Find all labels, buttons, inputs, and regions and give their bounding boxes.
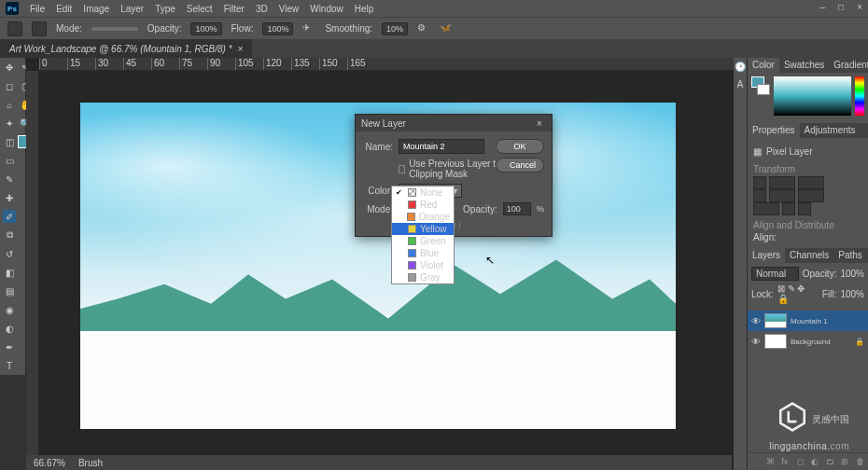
menu-filter[interactable]: Filter	[224, 4, 245, 14]
window-maximize[interactable]: □	[838, 2, 844, 12]
opacity-value[interactable]: 100%	[840, 269, 864, 279]
eraser-tool[interactable]: ◧	[3, 266, 16, 279]
brush-preset-icon[interactable]	[7, 21, 22, 36]
menu-layer[interactable]: Layer	[120, 4, 144, 14]
layer-thumbnail[interactable]	[764, 334, 787, 349]
layer-item-background[interactable]: 👁 Background 🔒	[748, 331, 868, 352]
mode-select[interactable]	[91, 27, 138, 31]
tab-swatches[interactable]: Swatches	[779, 58, 829, 73]
opacity-input[interactable]: 100	[503, 202, 531, 215]
tab-paths[interactable]: Paths	[833, 248, 867, 263]
link-layers-icon[interactable]: ⌘	[764, 456, 776, 467]
fx-icon[interactable]: fx	[779, 456, 791, 467]
character-icon[interactable]: A	[737, 79, 744, 90]
x-field[interactable]	[798, 176, 824, 189]
group-icon[interactable]: 🗀	[824, 456, 835, 467]
menu-edit[interactable]: Edit	[56, 4, 72, 14]
color-option-violet[interactable]: Violet	[392, 259, 454, 271]
color-option-none[interactable]: ✔None	[392, 187, 454, 199]
flow-field[interactable]: 100%	[262, 22, 293, 35]
close-tab-icon[interactable]: ×	[238, 44, 244, 54]
color-option-gray[interactable]: Gray	[392, 271, 454, 283]
height-field[interactable]	[769, 189, 795, 202]
menu-window[interactable]: Window	[310, 4, 343, 14]
stamp-tool[interactable]: ⧉	[3, 228, 16, 242]
link-icon[interactable]	[753, 189, 766, 202]
layer-thumbnail[interactable]	[764, 313, 787, 328]
name-input[interactable]	[399, 139, 484, 154]
crop-tool[interactable]: ◫	[3, 135, 16, 148]
menu-type[interactable]: Type	[155, 4, 175, 14]
tab-gradients[interactable]: Gradients	[829, 58, 868, 73]
window-minimize[interactable]: –	[820, 2, 826, 12]
zoom-level[interactable]: 66.67%	[34, 458, 65, 468]
y-field[interactable]	[798, 189, 824, 202]
lasso-tool[interactable]: ⌕	[3, 98, 16, 111]
brush-tool[interactable]: ✐	[3, 210, 16, 223]
hue-strip[interactable]	[855, 76, 864, 116]
color-option-red[interactable]: Red	[392, 199, 454, 211]
menu-select[interactable]: Select	[187, 4, 213, 14]
visibility-icon[interactable]: 👁	[751, 316, 761, 326]
panel-swatch[interactable]	[751, 76, 770, 95]
ok-button[interactable]: OK	[496, 139, 544, 154]
marquee-tool[interactable]: ◻	[3, 79, 16, 92]
eyedropper-tool[interactable]: ✎	[3, 173, 16, 186]
brush-tip-icon[interactable]	[32, 21, 47, 36]
heal-tool[interactable]: ✚	[3, 191, 16, 204]
color-option-blue[interactable]: Blue	[392, 247, 454, 259]
mask-icon[interactable]: ◻	[794, 456, 805, 467]
window-close[interactable]: ×	[857, 2, 862, 12]
delete-layer-icon[interactable]: 🗑	[854, 456, 865, 467]
canvas-ground	[80, 331, 676, 429]
type-tool[interactable]: T	[3, 359, 16, 372]
smoothing-field[interactable]: 10%	[382, 22, 408, 35]
color-option-yellow[interactable]: Yellow	[392, 223, 454, 235]
layer-item-mountain1[interactable]: 👁 Mountain 1	[748, 311, 868, 331]
blend-mode-select[interactable]: Normal	[751, 267, 799, 281]
tab-layers[interactable]: Layers	[748, 248, 785, 263]
blur-tool[interactable]: ◉	[3, 303, 16, 316]
gradient-tool[interactable]: ▤	[3, 284, 16, 297]
dodge-tool[interactable]: ◐	[3, 322, 16, 335]
color-option-orange[interactable]: Orange	[392, 211, 454, 223]
opacity-field[interactable]: 100%	[190, 22, 221, 35]
transform-icon[interactable]	[753, 176, 766, 189]
flip-v-icon[interactable]	[798, 202, 811, 215]
layer-name[interactable]: Mountain 1	[791, 317, 828, 325]
menu-3d[interactable]: 3D	[256, 4, 268, 14]
frame-tool[interactable]: ▭	[3, 154, 16, 167]
color-option-green[interactable]: Green	[392, 235, 454, 247]
menu-file[interactable]: File	[30, 4, 45, 14]
lock-icons[interactable]: ⊠ ✎ ✥ 🔒	[777, 283, 819, 304]
cancel-button[interactable]: Cancel	[496, 158, 544, 173]
menu-view[interactable]: View	[279, 4, 300, 14]
document-tab[interactable]: Art Work_Landscape @ 66.7% (Mountain 1, …	[0, 39, 252, 58]
symmetry-icon[interactable]: 🦋	[440, 22, 453, 35]
gear-icon[interactable]: ⚙	[417, 22, 430, 35]
dialog-titlebar[interactable]: New Layer ×	[356, 115, 552, 131]
tab-adjustments[interactable]: Adjustments	[800, 123, 861, 138]
tab-channels[interactable]: Channels	[785, 248, 833, 263]
move-tool[interactable]: ✥	[3, 61, 16, 74]
new-layer-icon[interactable]: ⊞	[839, 456, 850, 467]
layer-name[interactable]: Background	[791, 338, 831, 346]
tab-color[interactable]: Color	[748, 58, 779, 73]
flip-h-icon[interactable]	[782, 202, 795, 215]
close-icon[interactable]: ×	[533, 117, 546, 130]
color-spectrum[interactable]	[774, 76, 851, 116]
wand-tool[interactable]: ✦	[3, 117, 16, 130]
adjustment-icon[interactable]: ◐	[809, 456, 820, 467]
history-icon[interactable]: 🕑	[735, 62, 746, 72]
tab-properties[interactable]: Properties	[748, 123, 800, 138]
visibility-icon[interactable]: 👁	[751, 337, 761, 347]
angle-field[interactable]	[753, 202, 779, 215]
history-brush-tool[interactable]: ↺	[3, 247, 16, 260]
fill-value[interactable]: 100%	[840, 289, 864, 299]
menu-help[interactable]: Help	[355, 4, 374, 14]
width-field[interactable]	[769, 176, 795, 189]
airbrush-icon[interactable]: ✈	[302, 22, 315, 35]
pen-tool[interactable]: ✒	[3, 340, 16, 353]
menu-image[interactable]: Image	[83, 4, 109, 14]
lock-icon[interactable]: 🔒	[855, 338, 864, 346]
